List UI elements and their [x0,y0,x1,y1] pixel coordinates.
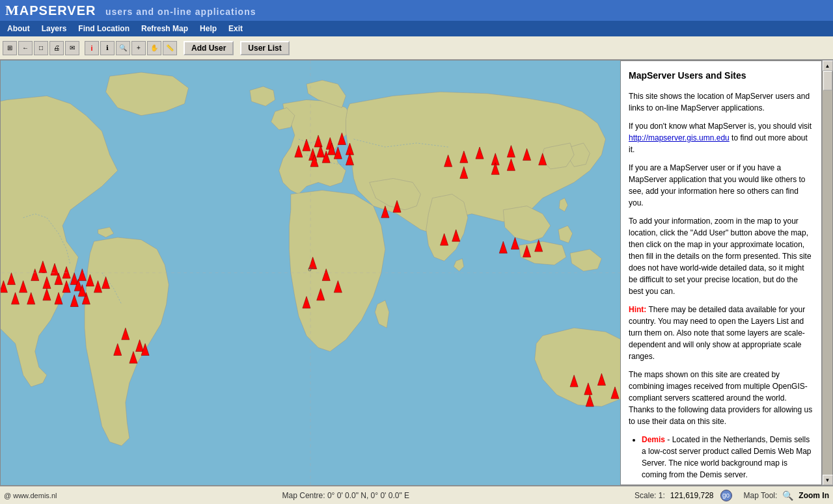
mapserver-link[interactable]: http://mapserver.gis.umn.edu [629,133,730,142]
hint-label: Hint: [629,305,646,314]
menu-help[interactable]: Help [194,21,223,36]
info-icon[interactable]: ℹ [100,41,115,55]
select-box-icon[interactable]: □ [34,41,48,55]
scrollbar[interactable]: ▲ ▼ [822,60,832,485]
menu-refresh-map[interactable]: Refresh Map [135,21,194,36]
measure-icon[interactable]: 📏 [163,41,177,55]
map-centre: Map Centre: 0° 0' 0.0" N, 0° 0' 0.0" E [62,491,629,500]
scroll-track[interactable] [823,71,832,475]
providers-list: Demis - Located in the Netherlands, Demi… [642,434,813,481]
provider-name: Demis [642,435,665,444]
hint-text: There may be detailed data available for… [629,305,805,361]
scale-label: Scale: 1: [635,491,665,500]
zoom-icon: 🔍 [782,490,793,501]
email-icon[interactable]: ✉ [65,41,79,55]
info-panel: MapServer Users and Sites This site show… [621,60,822,485]
svg-text:0°: 0° [308,265,314,272]
menu-layers[interactable]: Layers [36,21,73,36]
scale-go-button[interactable]: go [720,490,732,501]
zoom-fullextent-icon[interactable]: ⊞ [3,41,17,55]
menu-find-location[interactable]: Find Location [72,21,135,36]
zoom-in-icon[interactable]: + [131,41,146,55]
app-title: MAPSERVER users and on-line applications [5,2,256,19]
menu-exit[interactable]: Exit [223,21,249,36]
menubar: About Layers Find Location Refresh Map H… [0,21,833,36]
provider-item: Demis - Located in the Netherlands, Demi… [642,434,813,481]
statusbar: @ www.demis.nl Map Centre: 0° 0' 0.0" N,… [0,486,833,504]
user-list-button[interactable]: User List [240,41,289,55]
map-svg[interactable]: 0° 0° [1,60,620,485]
map-container[interactable]: ✕ [0,60,621,486]
scroll-up-button[interactable]: ▲ [823,60,833,71]
zoom-back-icon[interactable]: ← [18,41,33,55]
info-para-2: If you don't know what MapServer is, you… [629,120,813,155]
scroll-down-button[interactable]: ▼ [823,475,833,485]
maptool-label: Map Tool: [744,491,778,500]
scroll-thumb[interactable] [823,71,832,90]
main-content: ✕ [0,60,833,486]
zoom-text: Zoom In [799,491,829,500]
toolbar: ⊞ ← □ 🖨 ✉ i ℹ 🔍 + ✋ 📏 Add User User List [0,36,833,60]
info-panel-title: MapServer Users and Sites [629,69,813,83]
www-label: @ www.demis.nl [4,492,57,499]
magnify-icon[interactable]: 🔍 [116,41,130,55]
info-red-icon[interactable]: i [85,41,99,55]
info-para-3: If you are a MapServer user or if you ha… [629,162,813,209]
provider-desc: - Located in the Netherlands, Demis sell… [642,435,812,479]
info-para-4: To add your information, zoom in the map… [629,215,813,297]
info-para-1: This site shows the location of MapServe… [629,90,813,114]
map-image[interactable]: 0° 0° [1,60,620,485]
scale-value: 121,619,728 [670,491,714,500]
info-para-5: The maps shown on this site are created … [629,369,813,427]
add-user-button[interactable]: Add User [184,41,234,55]
title-text: MAPSERVER [5,3,100,18]
print-icon[interactable]: 🖨 [49,41,64,55]
pan-icon[interactable]: ✋ [147,41,161,55]
menu-about[interactable]: About [1,21,36,36]
info-hint: Hint: There may be detailed data availab… [629,304,813,362]
app-header: MAPSERVER users and on-line applications [0,0,833,21]
app-subtitle: users and on-line applications [105,7,256,17]
